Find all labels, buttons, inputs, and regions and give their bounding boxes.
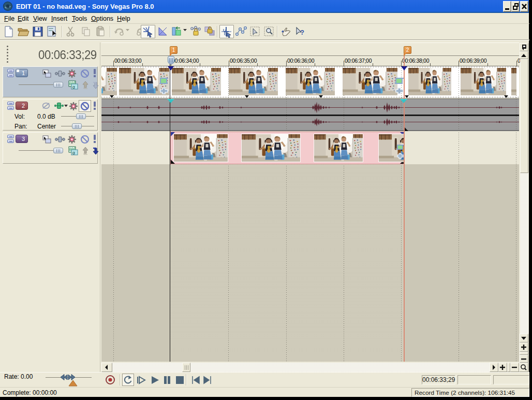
svg-text:α: α — [72, 150, 75, 155]
svg-text:α: α — [72, 84, 75, 90]
svg-text:?: ? — [300, 28, 304, 36]
